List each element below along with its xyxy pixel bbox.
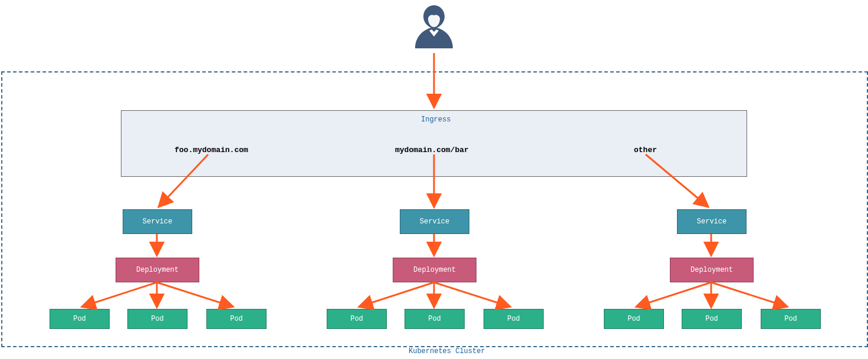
ingress-title: Ingress	[421, 116, 451, 124]
service-box: Service	[123, 209, 192, 234]
service-box: Service	[677, 209, 747, 234]
user-icon	[410, 2, 458, 55]
pod-box: Pod	[327, 309, 387, 329]
deployment-box: Deployment	[116, 258, 199, 282]
pod-box: Pod	[206, 309, 267, 329]
pod-box: Pod	[484, 309, 544, 329]
deployment-box: Deployment	[670, 258, 754, 282]
service-box: Service	[400, 209, 469, 234]
pod-box: Pod	[761, 309, 821, 329]
pod-box: Pod	[604, 309, 664, 329]
pod-box: Pod	[50, 309, 110, 329]
pod-box: Pod	[405, 309, 465, 329]
ingress-rule: foo.mydomain.com	[175, 146, 248, 154]
pod-box: Pod	[682, 309, 742, 329]
ingress-rule: other	[634, 146, 657, 154]
pod-box: Pod	[127, 309, 188, 329]
deployment-box: Deployment	[393, 258, 476, 282]
ingress-rule: mydomain.com/bar	[395, 146, 469, 154]
cluster-label: Kubernetes Cluster	[409, 347, 485, 355]
